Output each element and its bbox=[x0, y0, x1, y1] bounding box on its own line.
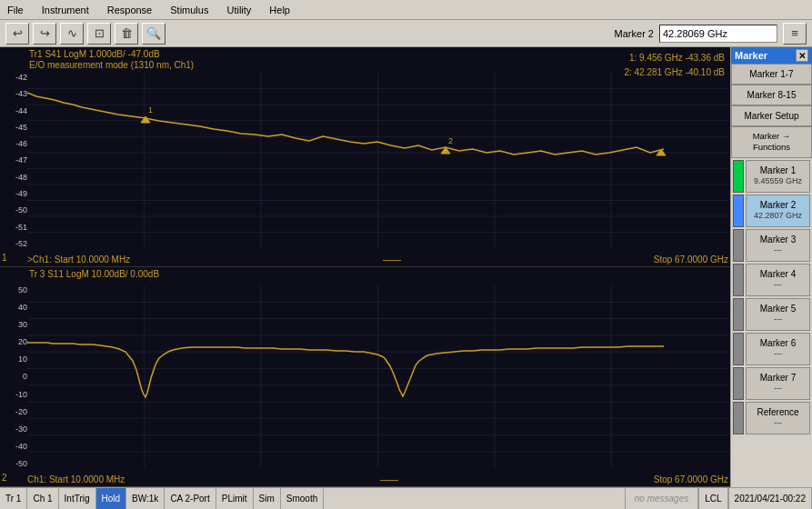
chart1-num: 1 bbox=[2, 253, 7, 263]
tab-marker-functions[interactable]: Marker → Functions bbox=[731, 126, 812, 158]
undo-button[interactable]: ↩ bbox=[5, 23, 29, 45]
marker7-button[interactable]: Marker 7 --- bbox=[746, 367, 810, 400]
marker3-freq: --- bbox=[774, 245, 782, 256]
marker6-led bbox=[733, 333, 744, 365]
status-ca2port[interactable]: CA 2-Port bbox=[165, 488, 216, 509]
marker2-label: Marker 2 bbox=[760, 199, 796, 211]
marker4-freq: --- bbox=[774, 280, 782, 291]
chart1-marker-readouts: 1: 9.456 GHz -43.36 dB 2: 42.281 GHz -40… bbox=[624, 51, 725, 80]
marker3-button[interactable]: Marker 3 --- bbox=[746, 229, 810, 262]
marker2-freq: 42.2807 GHz bbox=[754, 211, 802, 222]
main-layout: Tr1 S41 LogM 1.000dB/ -47.0dB E/O measur… bbox=[0, 47, 812, 487]
status-inttrig[interactable]: IntTrig bbox=[59, 488, 96, 509]
chart2-start: Ch1: Start 10.0000 MHz bbox=[27, 474, 125, 484]
screenshot-button[interactable]: ⊡ bbox=[87, 23, 111, 45]
marker6-button[interactable]: Marker 6 --- bbox=[746, 333, 810, 365]
chart1-mode-label: E/O measurement mode (1310 nm, Ch1) bbox=[29, 60, 194, 70]
status-hold[interactable]: Hold bbox=[96, 488, 127, 509]
menu-utility[interactable]: Utility bbox=[223, 3, 255, 17]
menu-bar: File Instrument Response Stimulus Utilit… bbox=[0, 0, 812, 20]
marker4-led bbox=[733, 264, 744, 296]
toolbar: ↩ ↪ ∿ ⊡ 🗑 🔍 Marker 2 ≡ bbox=[0, 20, 812, 47]
marker4-button[interactable]: Marker 4 --- bbox=[746, 264, 810, 296]
menu-instrument[interactable]: Instrument bbox=[38, 3, 93, 17]
status-datetime: 2021/04/21-00:22 bbox=[728, 488, 812, 509]
status-sim[interactable]: Sim bbox=[254, 488, 281, 509]
reference-val: --- bbox=[774, 418, 782, 429]
reference-led bbox=[733, 402, 744, 434]
marker-buttons-list: Marker 1 9.45559 GHz Marker 2 42.2807 GH… bbox=[731, 158, 812, 487]
reference-label: Reference bbox=[757, 406, 798, 418]
marker5-freq: --- bbox=[774, 314, 782, 325]
chart2: Tr 3 S11 LogM 10.00dB/ 0.00dB 5040302010… bbox=[0, 267, 730, 487]
marker5-button[interactable]: Marker 5 --- bbox=[746, 298, 810, 331]
marker4-label: Marker 4 bbox=[760, 268, 796, 280]
reference-group: Reference --- bbox=[733, 402, 810, 434]
status-messages: no messages bbox=[625, 488, 698, 509]
chart2-y-axis: 50403020100-10-20-30-40-50 bbox=[2, 285, 27, 468]
marker2-button[interactable]: Marker 2 42.2807 GHz bbox=[746, 195, 810, 227]
svg-text:1: 1 bbox=[148, 105, 153, 115]
marker7-freq: --- bbox=[774, 384, 782, 394]
status-ch1[interactable]: Ch 1 bbox=[27, 488, 58, 509]
marker1-led bbox=[733, 160, 744, 193]
marker7-group: Marker 7 --- bbox=[733, 367, 810, 400]
zoom-button[interactable]: 🔍 bbox=[142, 23, 165, 45]
right-panel: Marker ✕ Marker 1-7 Marker 8-15 Marker S… bbox=[730, 47, 812, 487]
delete-button[interactable]: 🗑 bbox=[115, 23, 138, 45]
marker3-group: Marker 3 --- bbox=[733, 229, 810, 262]
chart2-num: 2 bbox=[2, 473, 7, 483]
menu-response[interactable]: Response bbox=[104, 3, 156, 17]
marker-input-label: Marker 2 bbox=[615, 28, 654, 39]
tab-marker-1-7[interactable]: Marker 1-7 bbox=[731, 64, 812, 85]
chart1-trace-label: Tr1 S41 LogM 1.000dB/ -47.0dB bbox=[29, 49, 160, 59]
marker2-led bbox=[733, 195, 744, 227]
svg-text:2: 2 bbox=[448, 136, 453, 145]
chart1-y-axis: -42-43-44-45-46-47-48-49-50-51-52 bbox=[2, 73, 27, 248]
redo-button[interactable]: ↪ bbox=[33, 23, 56, 45]
marker3-label: Marker 3 bbox=[760, 234, 796, 245]
right-panel-header: Marker ✕ bbox=[731, 47, 812, 64]
status-bar: Tr 1 Ch 1 IntTrig Hold BW:1k CA 2-Port P… bbox=[0, 487, 812, 509]
status-lcl: LCL bbox=[698, 488, 727, 509]
reference-button[interactable]: Reference --- bbox=[746, 402, 810, 434]
marker5-label: Marker 5 bbox=[760, 303, 796, 314]
marker4-group: Marker 4 --- bbox=[733, 264, 810, 296]
waveform-button[interactable]: ∿ bbox=[60, 23, 84, 45]
menu-file[interactable]: File bbox=[4, 3, 27, 17]
panel-title: Marker bbox=[735, 50, 767, 61]
marker1-freq: 9.45559 GHz bbox=[754, 176, 802, 187]
tab-marker-setup[interactable]: Marker Setup bbox=[731, 105, 812, 126]
chart1-footer: >Ch1: Start 10.0000 MHz —— Stop 67.0000 … bbox=[27, 254, 728, 264]
marker1-label: Marker 1 bbox=[760, 165, 796, 176]
marker6-label: Marker 6 bbox=[760, 337, 796, 349]
marker6-freq: --- bbox=[774, 349, 782, 360]
chart2-stop: Stop 67.0000 GHz bbox=[654, 474, 728, 484]
chart1-stop: Stop 67.0000 GHz bbox=[654, 254, 728, 264]
menu-help[interactable]: Help bbox=[266, 3, 294, 17]
marker-calc-button[interactable]: ≡ bbox=[783, 23, 807, 45]
chart2-trace-label: Tr 3 S11 LogM 10.00dB/ 0.00dB bbox=[29, 269, 159, 279]
marker3-led bbox=[733, 229, 744, 262]
status-plimit[interactable]: PLimit bbox=[216, 488, 254, 509]
status-bw[interactable]: BW:1k bbox=[126, 488, 165, 509]
marker-value-input[interactable] bbox=[659, 25, 777, 43]
marker5-group: Marker 5 --- bbox=[733, 298, 810, 331]
marker2-group: Marker 2 42.2807 GHz bbox=[733, 195, 810, 227]
chart1-start: >Ch1: Start 10.0000 MHz bbox=[27, 254, 130, 264]
marker1-readout: 1: 9.456 GHz -43.36 dB bbox=[624, 51, 725, 65]
marker6-group: Marker 6 --- bbox=[733, 333, 810, 365]
panel-close-button[interactable]: ✕ bbox=[796, 49, 808, 62]
tab-marker-8-15[interactable]: Marker 8-15 bbox=[731, 85, 812, 105]
menu-stimulus[interactable]: Stimulus bbox=[166, 3, 212, 17]
status-smooth[interactable]: Smooth bbox=[281, 488, 324, 509]
chart1: Tr1 S41 LogM 1.000dB/ -47.0dB E/O measur… bbox=[0, 47, 730, 267]
marker7-label: Marker 7 bbox=[760, 372, 796, 384]
status-tr1[interactable]: Tr 1 bbox=[0, 488, 27, 509]
chart2-svg bbox=[27, 285, 728, 468]
marker1-button[interactable]: Marker 1 9.45559 GHz bbox=[746, 160, 810, 193]
marker1-group: Marker 1 9.45559 GHz bbox=[733, 160, 810, 193]
chart2-footer: Ch1: Start 10.0000 MHz —— Stop 67.0000 G… bbox=[27, 474, 728, 484]
marker5-led bbox=[733, 298, 744, 331]
panel-tabs: Marker 1-7 Marker 8-15 Marker Setup Mark… bbox=[731, 64, 812, 158]
